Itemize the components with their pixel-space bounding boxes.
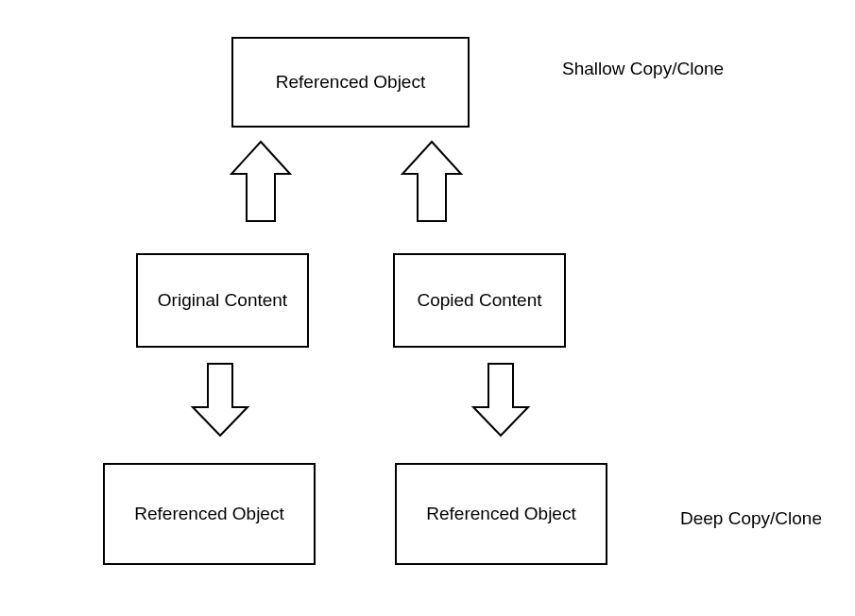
- copied-content-box: Copied Content: [393, 253, 566, 348]
- bottom-right-referenced-box: Referenced Object: [395, 463, 607, 565]
- arrow-down-right-icon: [470, 362, 532, 439]
- deep-copy-label: Deep Copy/Clone: [680, 508, 822, 529]
- original-content-box: Original Content: [136, 253, 309, 348]
- shallow-copy-label: Shallow Copy/Clone: [562, 59, 724, 79]
- original-content-label: Original Content: [158, 290, 287, 311]
- bottom-right-referenced-label: Referenced Object: [426, 504, 575, 524]
- arrow-down-left-icon: [189, 362, 251, 439]
- arrow-up-right-icon: [399, 140, 465, 225]
- bottom-left-referenced-label: Referenced Object: [134, 504, 283, 524]
- arrow-up-left-icon: [228, 140, 294, 225]
- copied-content-label: Copied Content: [417, 290, 541, 311]
- bottom-left-referenced-box: Referenced Object: [103, 463, 316, 565]
- top-referenced-label: Referenced Object: [276, 72, 425, 93]
- top-referenced-box: Referenced Object: [231, 37, 470, 128]
